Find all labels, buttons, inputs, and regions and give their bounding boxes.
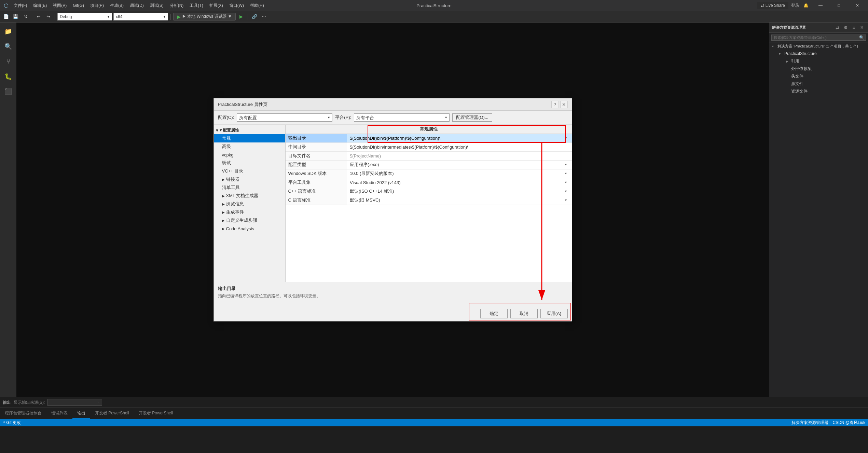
desc-text: 指向已编译程序的放置位置的路径。可以包括环境变量。 (218, 293, 568, 299)
prop-row-sdk[interactable]: Windows SDK 版本 10.0 (最新安装的版本) ▼ (286, 169, 572, 178)
prop-name-cpp-std: C++ 语言标准 (286, 187, 347, 196)
activity-git[interactable]: ⑂ (2, 55, 14, 68)
prop-value-output-dir: $(SolutionDir)bin\$(Platform)\$(Configur… (347, 134, 572, 142)
apply-button[interactable]: 应用(A) (540, 309, 568, 318)
prop-row-output-dir[interactable]: 输出目录 $(SolutionDir)bin\$(Platform)\$(Con… (286, 134, 572, 142)
prop-row-target-name[interactable]: 目标文件名 $(ProjectName) (286, 151, 572, 160)
code-analysis-label: Code Analysis (226, 226, 254, 231)
output-dir-dropdown-btn[interactable]: ▼ (563, 135, 569, 141)
dialog-help-btn[interactable]: ? (551, 101, 559, 108)
tree-item-custom-build[interactable]: ▶ 自定义生成步骤 (214, 216, 285, 224)
tree-item-refs[interactable]: ▶ 引用 (769, 57, 868, 65)
activity-debug[interactable]: 🐛 (2, 70, 14, 83)
toolbar-new-file[interactable]: 📄 (2, 13, 10, 21)
desc-title: 输出目录 (218, 286, 568, 292)
cancel-button[interactable]: 取消 (510, 309, 538, 318)
tree-section-config[interactable]: ▾ ▾ 配置属性 (214, 126, 285, 134)
menu-test[interactable]: 测试(S) (147, 2, 166, 10)
tree-item-vcpkg[interactable]: vcpkg (214, 151, 285, 159)
menu-edit[interactable]: 编辑(E) (30, 2, 50, 10)
tree-item-build-events[interactable]: ▶ 生成事件 (214, 208, 285, 216)
activity-extensions[interactable]: ⬛ (2, 85, 14, 98)
menu-git[interactable]: Git(G) (70, 2, 87, 9)
tree-item-debug[interactable]: 调试 (214, 159, 285, 167)
tree-project-root[interactable]: ▾ PracticalStructure (769, 50, 868, 57)
tree-item-linker[interactable]: ▶ 链接器 (214, 175, 285, 183)
tab-error-list[interactable]: 错误列表 (46, 408, 72, 419)
tab-output[interactable]: 输出 (72, 408, 90, 419)
tab-dev-powershell[interactable]: 开发者 PowerShell (90, 408, 134, 419)
prop-row-config-type[interactable]: 配置类型 应用程序(.exe) ▼ (286, 160, 572, 169)
output-source-select[interactable] (47, 399, 102, 406)
tree-item-headers[interactable]: 头文件 (769, 72, 868, 80)
tree-item-advanced[interactable]: 高级 (214, 142, 285, 151)
tree-item-sources[interactable]: 源文件 (769, 80, 868, 87)
toolbar-save[interactable]: 💾 (12, 13, 20, 21)
c-std-dropdown-btn[interactable]: ▼ (563, 197, 569, 203)
tree-item-manifest[interactable]: 清单工具 (214, 183, 285, 192)
config-manager-btn[interactable]: 配置管理器(O)... (452, 113, 492, 122)
run-debug-btn[interactable]: ▶ ▶ 本地 Windows 调试器 ▼ (173, 13, 236, 20)
menu-view[interactable]: 视图(V) (50, 2, 69, 10)
menu-tools[interactable]: 工具(T) (187, 2, 206, 10)
tree-item-xml[interactable]: ▶ XML 文档生成器 (214, 192, 285, 200)
sidebar-search-input[interactable] (771, 35, 866, 41)
prop-name-c-std: C 语言标准 (286, 196, 347, 205)
sidebar-sync-icon[interactable]: ⇄ (834, 24, 841, 31)
maximize-button[interactable]: □ (831, 0, 847, 11)
toolbar-save-all[interactable]: 🖫 (21, 13, 29, 21)
login-button[interactable]: 登录 (791, 3, 799, 9)
tree-item-external-deps[interactable]: 外部依赖项 (769, 65, 868, 72)
tree-item-resources[interactable]: 资源文件 (769, 87, 868, 95)
sidebar-close-icon[interactable]: ✕ (858, 24, 865, 31)
tree-solution-root[interactable]: ▾ 解决方案 'PracticalStructure' (1 个项目，共 1 个… (769, 42, 868, 50)
tree-item-browse[interactable]: ▶ 浏览信息 (214, 200, 285, 208)
minimize-button[interactable]: — (813, 0, 828, 11)
sidebar-settings-icon[interactable]: ⚙ (842, 24, 849, 31)
toolbar-run-nobug[interactable]: ▶ (237, 13, 245, 21)
prop-value-config-type: 应用程序(.exe) ▼ (347, 160, 572, 169)
dialog-titlebar-icons: ? ✕ (551, 101, 568, 108)
toolbar-more[interactable]: ⋯ (260, 13, 268, 21)
dialog-close-btn[interactable]: ✕ (560, 101, 568, 108)
activity-search[interactable]: 🔍 (2, 40, 14, 53)
menu-file[interactable]: 文件(F) (11, 2, 30, 10)
debug-config-select[interactable]: Debug Release (57, 13, 112, 20)
config-type-dropdown-btn[interactable]: ▼ (563, 162, 569, 168)
notification-icon[interactable]: 🔔 (803, 3, 809, 8)
toolbar-redo[interactable]: ↪ (44, 13, 52, 21)
menu-build[interactable]: 生成(B) (107, 2, 126, 10)
tree-item-vc-dirs[interactable]: VC++ 目录 (214, 167, 285, 175)
tab-package-manager[interactable]: 程序包管理器控制台 (0, 408, 46, 419)
config-select[interactable]: 所有配置 (237, 113, 332, 122)
prop-row-toolset[interactable]: 平台工具集 Visual Studio 2022 (v143) ▼ (286, 178, 572, 187)
prop-row-cpp-std[interactable]: C++ 语言标准 默认(ISO C++14 标准) ▼ (286, 187, 572, 196)
cpp-std-dropdown-btn[interactable]: ▼ (563, 188, 569, 194)
toolbar-undo[interactable]: ↩ (35, 13, 43, 21)
ok-button[interactable]: 确定 (480, 309, 508, 318)
refs-label: 引用 (791, 58, 799, 64)
menu-extensions[interactable]: 扩展(X) (207, 2, 226, 10)
config-label: 配置(C): (218, 114, 234, 121)
toolset-dropdown-btn[interactable]: ▼ (563, 179, 569, 186)
dialog-platform-select[interactable]: 所有平台 (354, 113, 450, 122)
menu-debug[interactable]: 调试(D) (127, 2, 147, 10)
sidebar-filter-icon[interactable]: ≡ (850, 24, 857, 31)
close-button[interactable]: ✕ (850, 0, 865, 11)
menu-window[interactable]: 窗口(W) (226, 2, 247, 10)
toolbar-attach[interactable]: 🔗 (250, 13, 259, 21)
activity-explorer[interactable]: 📁 (2, 25, 14, 38)
sdk-dropdown-btn[interactable]: ▼ (563, 170, 569, 177)
platform-select[interactable]: x64 x86 (113, 13, 168, 20)
tab-dev-powershell2[interactable]: 开发者 PowerShell (134, 408, 178, 419)
menu-project[interactable]: 项目(P) (87, 2, 107, 10)
prop-row-intermediate-dir[interactable]: 中间目录 $(SolutionDir)bin\intermediates\$(P… (286, 142, 572, 151)
live-share-button[interactable]: ⇄ Live Share (757, 2, 788, 9)
menu-analyze[interactable]: 分析(N) (167, 2, 187, 10)
prop-row-c-std[interactable]: C 语言标准 默认(旧 MSVC) ▼ (286, 196, 572, 205)
tree-item-code-analysis[interactable]: ▶ Code Analysis (214, 224, 285, 233)
prop-value-c-std: 默认(旧 MSVC) ▼ (347, 196, 572, 205)
menu-help[interactable]: 帮助(H) (247, 2, 267, 10)
status-git-changes[interactable]: ⑂ Git 更改 (3, 420, 21, 426)
tree-item-general[interactable]: 常规 (214, 134, 285, 142)
